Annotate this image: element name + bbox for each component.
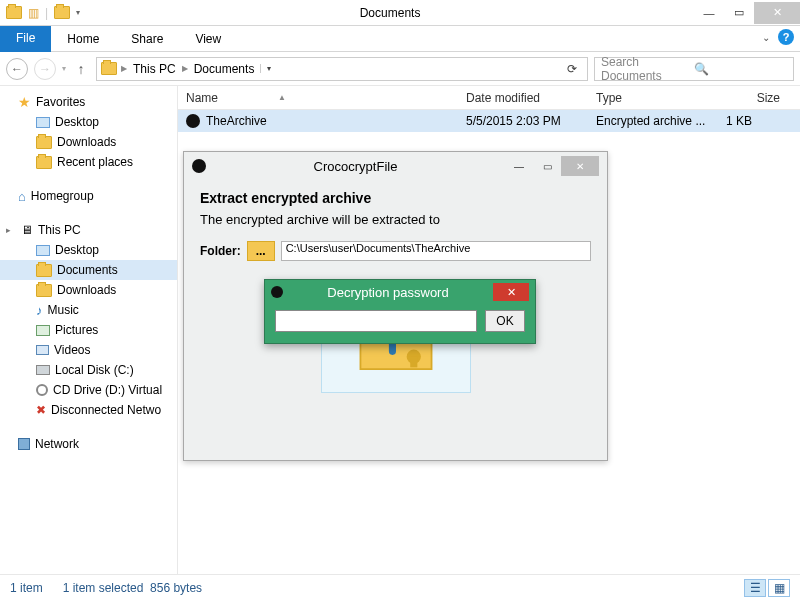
thispc-icon: 🖥 — [21, 223, 33, 237]
qat-newfolder-icon[interactable]: ▥ — [28, 6, 39, 20]
file-tab[interactable]: File — [0, 26, 51, 52]
tab-home[interactable]: Home — [51, 27, 115, 51]
nav-row: ← → ▾ ↑ ▶ This PC ▶ Documents ▾ ⟳ Search… — [0, 52, 800, 86]
tab-share[interactable]: Share — [115, 27, 179, 51]
status-count: 1 item — [10, 581, 43, 595]
col-date[interactable]: Date modified — [458, 91, 588, 105]
archive-icon — [186, 114, 200, 128]
recent-icon — [36, 156, 52, 169]
croco-subtext: The encrypted archive will be extracted … — [200, 212, 591, 227]
tree-pictures[interactable]: Pictures — [0, 320, 177, 340]
crumb-sep-icon: ▶ — [121, 64, 127, 73]
folder-path-input[interactable]: C:\Users\user\Documents\TheArchive — [281, 241, 591, 261]
maximize-button[interactable]: ▭ — [724, 2, 754, 24]
address-bar[interactable]: ▶ This PC ▶ Documents ▾ ⟳ — [96, 57, 588, 81]
folder-label: Folder: — [200, 244, 241, 258]
crumb-documents[interactable]: Documents — [192, 62, 257, 76]
tree-music[interactable]: ♪ Music — [0, 300, 177, 320]
tree-cddrive[interactable]: CD Drive (D:) Virtual — [0, 380, 177, 400]
videos-icon — [36, 345, 49, 355]
nav-tree: ★ Favorites Desktop Downloads Recent pla… — [0, 86, 178, 574]
music-icon: ♪ — [36, 303, 43, 318]
password-dialog: Decryption password ✕ OK — [264, 279, 536, 344]
up-button[interactable]: ↑ — [72, 60, 90, 78]
password-dialog-title: Decryption password — [283, 285, 493, 300]
app-icon — [6, 6, 22, 19]
col-name[interactable]: Name ▲ — [178, 91, 458, 105]
disconnect-icon: ✖ — [36, 403, 46, 417]
ribbon: File Home Share View ⌄ ? — [0, 26, 800, 52]
tree-fav-desktop[interactable]: Desktop — [0, 112, 177, 132]
search-icon: 🔍 — [694, 62, 787, 76]
address-folder-icon — [101, 62, 117, 75]
pictures-icon — [36, 325, 50, 336]
back-button[interactable]: ← — [6, 58, 28, 80]
file-size: 1 KB — [718, 114, 788, 128]
tree-desktop[interactable]: Desktop — [0, 240, 177, 260]
file-row[interactable]: TheArchive 5/5/2015 2:03 PM Encrypted ar… — [178, 110, 800, 132]
file-name: TheArchive — [206, 114, 267, 128]
disc-icon — [36, 384, 48, 396]
tree-fav-recent[interactable]: Recent places — [0, 152, 177, 172]
crococrypt-title: CrococryptFile — [206, 159, 505, 174]
croco-maximize-button[interactable]: ▭ — [533, 156, 561, 176]
croco-heading: Extract encrypted archive — [200, 190, 591, 206]
col-size[interactable]: Size — [718, 91, 788, 105]
ok-button[interactable]: OK — [485, 310, 525, 332]
tree-videos[interactable]: Videos — [0, 340, 177, 360]
tree-homegroup[interactable]: ⌂ Homegroup — [0, 186, 177, 206]
view-icons-button[interactable]: ▦ — [768, 579, 790, 597]
folder-icon — [36, 264, 52, 277]
browse-button[interactable]: ... — [247, 241, 275, 261]
expand-icon[interactable]: ▸ — [6, 225, 16, 235]
tree-documents[interactable]: Documents — [0, 260, 177, 280]
password-close-button[interactable]: ✕ — [493, 283, 529, 301]
close-button[interactable]: ✕ — [754, 2, 800, 24]
minimize-button[interactable]: — — [694, 2, 724, 24]
sort-asc-icon: ▲ — [278, 93, 286, 102]
tree-fav-downloads[interactable]: Downloads — [0, 132, 177, 152]
ribbon-collapse-icon[interactable]: ⌄ — [762, 32, 770, 43]
star-icon: ★ — [18, 94, 31, 110]
croco-close-button[interactable]: ✕ — [561, 156, 599, 176]
desktop-icon — [36, 117, 50, 128]
network-icon — [18, 438, 30, 450]
crococrypt-titlebar[interactable]: CrococryptFile — ▭ ✕ — [184, 152, 607, 180]
tree-disconnected-network[interactable]: ✖ Disconnected Netwo — [0, 400, 177, 420]
tree-downloads[interactable]: Downloads — [0, 280, 177, 300]
password-input[interactable] — [275, 310, 477, 332]
qat-overflow-icon[interactable]: ▾ — [76, 8, 80, 17]
tree-favorites[interactable]: ★ Favorites — [0, 92, 177, 112]
search-input[interactable]: Search Documents 🔍 — [594, 57, 794, 81]
qat-open-icon[interactable] — [54, 6, 70, 19]
tree-network[interactable]: Network — [0, 434, 177, 454]
qat-separator: | — [45, 6, 48, 20]
crumb-sep-icon: ▶ — [182, 64, 188, 73]
folder-icon — [36, 136, 52, 149]
crococrypt-app-icon — [192, 159, 206, 173]
history-dropdown-icon[interactable]: ▾ — [62, 64, 66, 73]
password-dialog-titlebar[interactable]: Decryption password ✕ — [265, 280, 535, 304]
view-details-button[interactable]: ☰ — [744, 579, 766, 597]
explorer-titlebar: ▥ | ▾ Documents — ▭ ✕ — [0, 0, 800, 26]
tree-thispc[interactable]: ▸ 🖥 This PC — [0, 220, 177, 240]
status-bar: 1 item 1 item selected 856 bytes ☰ ▦ — [0, 574, 800, 600]
desktop-icon — [36, 245, 50, 256]
search-placeholder: Search Documents — [601, 55, 694, 83]
column-headers: Name ▲ Date modified Type Size — [178, 86, 800, 110]
address-dropdown-icon[interactable]: ▾ — [260, 64, 277, 73]
croco-minimize-button[interactable]: — — [505, 156, 533, 176]
folder-icon — [36, 284, 52, 297]
file-type: Encrypted archive ... — [588, 114, 718, 128]
help-icon[interactable]: ? — [778, 29, 794, 45]
status-bytes: 856 bytes — [150, 581, 202, 595]
crumb-thispc[interactable]: This PC — [131, 62, 178, 76]
refresh-button[interactable]: ⟳ — [561, 62, 583, 76]
tree-localdisk[interactable]: Local Disk (C:) — [0, 360, 177, 380]
drive-icon — [36, 365, 50, 375]
tab-view[interactable]: View — [179, 27, 237, 51]
col-type[interactable]: Type — [588, 91, 718, 105]
forward-button[interactable]: → — [34, 58, 56, 80]
window-title: Documents — [86, 6, 694, 20]
file-date: 5/5/2015 2:03 PM — [458, 114, 588, 128]
